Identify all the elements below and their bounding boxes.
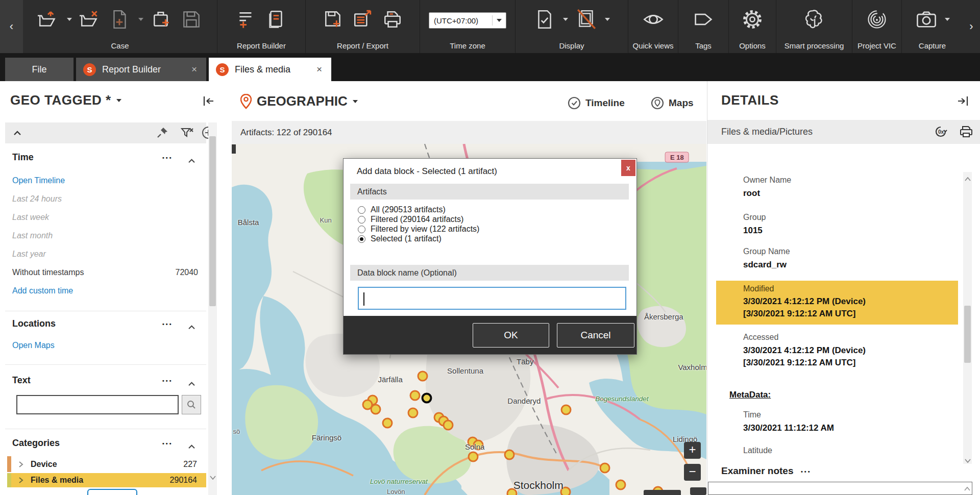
collapse-all-chevron-icon[interactable] xyxy=(13,129,21,138)
gear-icon[interactable] xyxy=(741,8,764,31)
scrollbar-down-arrow-icon[interactable] xyxy=(965,456,971,465)
details-scrollbar-thumb[interactable] xyxy=(964,306,971,363)
map-marker-selected[interactable] xyxy=(422,393,432,404)
time-section-collapse-icon[interactable] xyxy=(188,156,195,165)
add-evidence-icon[interactable] xyxy=(151,8,173,31)
radio-option-filtered-by-view[interactable]: Filtered by view (122 artifacts) xyxy=(358,225,479,234)
scrollbar-up-arrow-icon[interactable] xyxy=(965,174,971,183)
collapse-filters-panel-icon[interactable] xyxy=(202,95,215,109)
tab-close-icon[interactable]: × xyxy=(189,64,199,75)
text-section-collapse-icon[interactable] xyxy=(188,379,195,388)
map-zoom-out-button[interactable]: − xyxy=(684,464,701,481)
radio-option-selected[interactable]: Selected (1 artifact) xyxy=(358,234,442,243)
filters-scrollbar-track[interactable] xyxy=(208,122,217,495)
map-marker[interactable] xyxy=(443,420,454,431)
map-marker[interactable] xyxy=(506,488,517,495)
open-timeline-link[interactable]: Open Timeline xyxy=(12,176,65,185)
map-marker[interactable] xyxy=(382,417,393,428)
map-marker[interactable] xyxy=(599,463,610,474)
radio-button[interactable] xyxy=(358,216,365,224)
report-document-icon[interactable] xyxy=(265,8,287,31)
categories-section-menu-icon[interactable]: ••• xyxy=(162,440,173,447)
print-details-icon[interactable] xyxy=(960,126,973,140)
map-marker[interactable] xyxy=(473,440,483,451)
category-row-device[interactable]: Device 227 xyxy=(7,456,206,472)
timezone-dropdown[interactable]: (UTC+07:00) xyxy=(429,12,506,29)
radio-option-all[interactable]: All (290513 artifacts) xyxy=(358,205,446,214)
display-document-check-icon[interactable] xyxy=(533,8,556,31)
map-corner-control[interactable] xyxy=(232,144,236,154)
radio-button[interactable] xyxy=(358,226,365,233)
radio-button-selected[interactable] xyxy=(358,235,365,243)
hide-duplicates-icon[interactable] xyxy=(575,8,598,31)
map-marker[interactable] xyxy=(560,404,571,415)
tag-icon[interactable] xyxy=(692,8,715,31)
map-marker[interactable] xyxy=(468,452,479,462)
report-builder-add-icon[interactable] xyxy=(235,8,258,31)
dialog-close-button[interactable]: x xyxy=(621,160,635,176)
map-marker[interactable] xyxy=(615,480,626,490)
open-case-icon[interactable] xyxy=(37,8,60,31)
locations-section-menu-icon[interactable]: ••• xyxy=(162,321,173,327)
print-report-icon[interactable] xyxy=(381,8,404,31)
details-scrollbar-track[interactable] xyxy=(963,172,972,464)
map-marker[interactable] xyxy=(370,404,381,415)
new-case-icon[interactable] xyxy=(109,8,131,31)
category-row-files-media[interactable]: Files & media 290164 xyxy=(7,473,206,487)
view-title[interactable]: GEOGRAPHIC xyxy=(240,93,358,109)
tab-close-icon[interactable]: × xyxy=(314,64,324,75)
scrollbar-down-arrow-icon[interactable] xyxy=(210,474,216,481)
export-report-icon[interactable] xyxy=(352,8,374,31)
text-filter-search-button[interactable] xyxy=(182,395,201,414)
timeline-button[interactable]: Timeline xyxy=(568,96,625,110)
map-marker[interactable] xyxy=(417,370,428,381)
tab-file[interactable]: File xyxy=(5,58,74,81)
ribbon-scroll-right-button[interactable]: › xyxy=(963,0,980,53)
map-marker[interactable] xyxy=(504,449,515,460)
examiner-notes-textarea[interactable] xyxy=(708,482,972,495)
map-control-partial[interactable] xyxy=(690,487,706,495)
pin-panel-icon[interactable] xyxy=(156,127,168,141)
filter-without-timestamps[interactable]: Without timestamps xyxy=(12,268,84,277)
map-zoom-in-button[interactable]: + xyxy=(684,442,701,459)
filter-last-year[interactable]: Last year xyxy=(12,250,46,259)
display-dropdown-caret[interactable] xyxy=(563,18,568,21)
locations-section-collapse-icon[interactable] xyxy=(188,323,195,332)
quick-views-eye-icon[interactable] xyxy=(642,8,665,31)
map-marker[interactable] xyxy=(409,390,420,401)
map-marker[interactable] xyxy=(408,408,419,418)
tab-files-media[interactable]: S Files & media × xyxy=(209,58,331,81)
categories-section-collapse-icon[interactable] xyxy=(188,442,195,451)
highlighted-field-modified[interactable]: Modified 3/30/2021 4:12:12 PM (Device) [… xyxy=(716,281,958,325)
brain-icon[interactable] xyxy=(803,8,825,31)
capture-dropdown-caret[interactable] xyxy=(945,18,950,21)
collapse-details-panel-icon[interactable] xyxy=(956,95,969,109)
examiner-notes-menu-icon[interactable]: ••• xyxy=(801,468,812,475)
radio-button[interactable] xyxy=(358,206,365,214)
add-custom-time-link[interactable]: Add custom time xyxy=(12,286,73,295)
filter-set-title[interactable]: GEO TAGGED * xyxy=(10,92,121,108)
filter-last-month[interactable]: Last month xyxy=(12,231,53,240)
filters-scrollbar-thumb[interactable] xyxy=(209,136,216,306)
clear-filters-icon[interactable] xyxy=(181,127,194,141)
data-block-name-input[interactable] xyxy=(358,287,626,310)
filter-last-week[interactable]: Last week xyxy=(12,213,49,222)
open-case-dropdown-caret[interactable] xyxy=(67,18,72,21)
hide-duplicates-dropdown-caret[interactable] xyxy=(605,18,610,21)
maps-button[interactable]: Maps xyxy=(651,96,694,110)
text-section-menu-icon[interactable]: ••• xyxy=(162,378,173,384)
open-maps-link[interactable]: Open Maps xyxy=(12,341,55,350)
filter-last-24-hours[interactable]: Last 24 hours xyxy=(12,194,62,204)
ok-button[interactable]: OK xyxy=(473,323,549,348)
close-case-icon[interactable] xyxy=(79,8,102,31)
text-filter-search-input[interactable] xyxy=(16,395,179,414)
cancel-button[interactable]: Cancel xyxy=(557,323,634,348)
map-marker[interactable] xyxy=(560,487,571,495)
time-section-menu-icon[interactable]: ••• xyxy=(162,155,173,161)
ribbon-scroll-left-button[interactable]: ‹ xyxy=(0,0,23,53)
tab-report-builder[interactable]: S Report Builder × xyxy=(76,58,206,81)
radio-option-filtered[interactable]: Filtered (290164 artifacts) xyxy=(358,215,463,224)
partially-visible-action-button[interactable] xyxy=(87,489,137,495)
create-report-icon[interactable] xyxy=(322,8,345,31)
project-vic-spiral-icon[interactable] xyxy=(866,8,888,31)
